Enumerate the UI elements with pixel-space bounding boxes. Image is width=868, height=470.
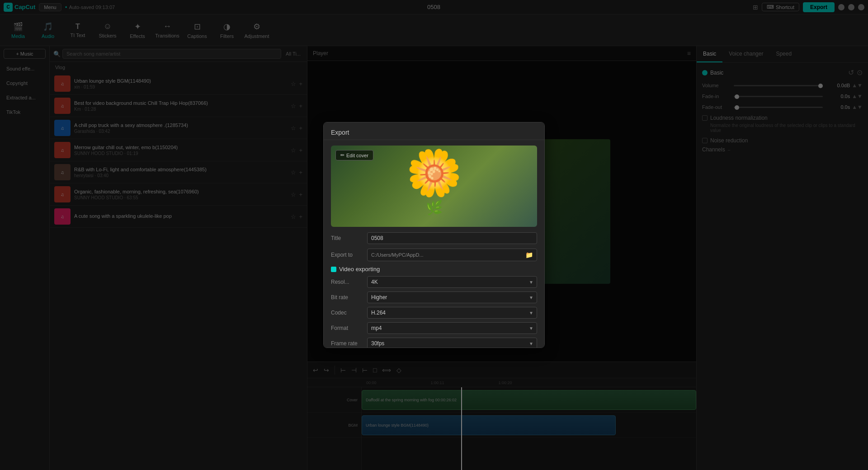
edit-cover-label: Edit cover <box>346 153 368 158</box>
framerate-row: Frame rate 30fps 60fps 24fps ▼ <box>331 338 537 348</box>
export-path[interactable]: C:/Users/MyPC/AppD... 📁 <box>367 249 537 261</box>
edit-icon: ✏ <box>340 152 344 158</box>
resolution-row: Resol... 4K 1080p 720p ▼ <box>331 276 537 288</box>
title-input[interactable] <box>367 232 537 244</box>
dialog-body: 🌼 🌿 ✏ Edit cover Title Export to C:/User <box>324 140 544 348</box>
bitrate-select[interactable]: Higher High Medium <box>367 291 537 303</box>
edit-cover-button[interactable]: ✏ Edit cover <box>335 150 373 160</box>
bitrate-row: Bit rate Higher High Medium ▼ <box>331 291 537 303</box>
export-to-row: Export to C:/Users/MyPC/AppD... 📁 <box>331 249 537 261</box>
resolution-label: Resol... <box>331 279 367 285</box>
video-section-check[interactable] <box>331 267 336 272</box>
title-label: Title <box>331 235 367 241</box>
export-dialog: Export 🌼 🌿 ✏ Edit cover Title <box>323 122 545 348</box>
cover-content: 🌼 🌿 <box>406 150 462 216</box>
resolution-select[interactable]: 4K 1080p 720p <box>367 276 537 288</box>
cover-flowers-graphic: 🌼 <box>406 150 462 195</box>
export-dialog-overlay: Export 🌼 🌿 ✏ Edit cover Title <box>0 0 868 470</box>
framerate-select[interactable]: 30fps 60fps 24fps <box>367 338 537 348</box>
cover-section: 🌼 🌿 ✏ Edit cover <box>331 146 537 227</box>
export-path-text: C:/Users/MyPC/AppD... <box>371 252 424 258</box>
video-section-label: Video exporting <box>339 266 380 273</box>
dialog-header: Export <box>324 122 544 140</box>
codec-select[interactable]: H.264 H.265 <box>367 307 537 319</box>
format-row: Format mp4 mov ▼ <box>331 322 537 334</box>
folder-icon[interactable]: 📁 <box>525 251 533 258</box>
codec-row: Codec H.264 H.265 ▼ <box>331 307 537 319</box>
format-select-wrapper: mp4 mov ▼ <box>367 322 537 334</box>
bitrate-select-wrapper: Higher High Medium ▼ <box>367 291 537 303</box>
bitrate-label: Bit rate <box>331 294 367 301</box>
resolution-select-wrapper: 4K 1080p 720p ▼ <box>367 276 537 288</box>
framerate-select-wrapper: 30fps 60fps 24fps ▼ <box>367 338 537 348</box>
format-label: Format <box>331 325 367 331</box>
framerate-label: Frame rate <box>331 340 367 347</box>
format-select[interactable]: mp4 mov <box>367 322 537 334</box>
codec-select-wrapper: H.264 H.265 ▼ <box>367 307 537 319</box>
codec-label: Codec <box>331 310 367 316</box>
title-row: Title <box>331 232 537 244</box>
export-to-label: Export to <box>331 252 367 258</box>
cover-flowers-extra: 🌿 <box>426 200 443 216</box>
video-section-header: Video exporting <box>331 266 537 273</box>
